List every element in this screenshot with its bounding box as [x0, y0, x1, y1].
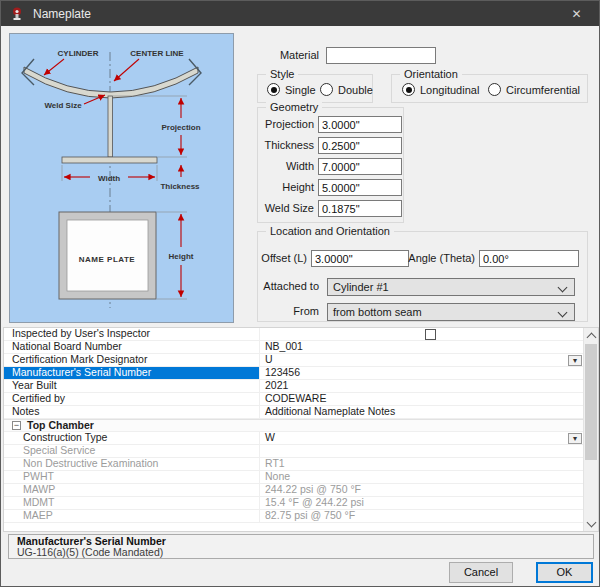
grid-value-text: 2021	[265, 380, 288, 392]
grid-row[interactable]: Manufacturer's Serial Number123456	[4, 367, 583, 380]
title-bar: Nameplate ✕	[1, 1, 599, 26]
grid-row[interactable]: NotesAdditional Nameplate Notes	[4, 406, 583, 419]
grid-row[interactable]: Inspected by User's Inspector	[4, 328, 583, 341]
scrollbar-thumb[interactable]	[585, 344, 597, 460]
radio-single-label: Single	[285, 84, 316, 96]
grid-row[interactable]: PWHTNone	[4, 471, 583, 484]
radio-longitudinal-label: Longitudinal	[420, 84, 479, 96]
grid-row[interactable]: Non Destructive ExaminationRT1	[4, 458, 583, 471]
grid-row-value[interactable]: 2021	[260, 380, 583, 392]
offset-label: Offset (L)	[258, 250, 307, 267]
grid-row-label: Non Destructive Examination	[4, 458, 260, 470]
grid-row-label: MAWP	[4, 484, 260, 496]
from-label: From	[258, 303, 319, 320]
grid-group-title: Top Chamber	[27, 420, 94, 431]
material-label: Material	[241, 47, 319, 64]
grid-row-label: Inspected by User's Inspector	[4, 328, 260, 340]
grid-row[interactable]: Special Service	[4, 445, 583, 458]
grid-row-value[interactable]: U▾	[260, 354, 583, 366]
cancel-button[interactable]: Cancel	[449, 562, 513, 583]
projection-input[interactable]	[318, 116, 402, 133]
chevron-down-icon	[559, 309, 567, 317]
diagram-label-center-line: CENTER LINE	[130, 49, 184, 58]
height-input[interactable]	[318, 179, 402, 196]
grid-value-text: None	[265, 471, 290, 483]
grid-row-label: Certified by	[4, 393, 260, 405]
style-group: Style Single Double	[257, 74, 373, 103]
attached-to-select[interactable]: Cylinder #1	[327, 278, 575, 296]
grid-row[interactable]: Certification Mark DesignatorU▾	[4, 354, 583, 367]
dropdown-button[interactable]: ▾	[568, 355, 582, 366]
grid-row-value[interactable]: RT1	[260, 458, 583, 470]
grid-group-row[interactable]: −Top Chamber	[4, 419, 583, 432]
radio-double-label: Double	[338, 84, 373, 96]
width-input[interactable]	[318, 158, 402, 175]
grid-value-text: CODEWARE	[265, 393, 326, 405]
orientation-group: Orientation Longitudinal Circumferential	[391, 74, 588, 103]
grid-row-value[interactable]	[260, 445, 583, 457]
grid-row-value[interactable]: 244.22 psi @ 750 °F	[260, 484, 583, 496]
grid-value-text: NB_001	[265, 341, 303, 353]
radio-longitudinal[interactable]: Longitudinal	[402, 83, 479, 96]
angle-input[interactable]	[479, 250, 579, 267]
ok-button[interactable]: OK	[536, 562, 593, 583]
offset-input[interactable]	[311, 250, 409, 267]
grid-row-label: Year Built	[4, 380, 260, 392]
grid-value-text: 244.22 psi @ 750 °F	[265, 484, 361, 496]
thickness-input[interactable]	[318, 137, 402, 154]
scroll-down-button[interactable]	[584, 516, 598, 531]
grid-row-label: Certification Mark Designator	[4, 354, 260, 366]
checkbox[interactable]	[425, 329, 436, 340]
vertical-scrollbar[interactable]	[583, 328, 598, 531]
grid-row-value[interactable]: 82.75 psi @ 750 °F	[260, 510, 583, 522]
grid-row-value[interactable]: W▾	[260, 432, 583, 444]
projection-label: Projection	[258, 116, 314, 133]
grid-value-text: RT1	[265, 458, 285, 470]
grid-value-text: Additional Nameplate Notes	[265, 406, 395, 418]
attached-to-value: Cylinder #1	[333, 281, 389, 293]
grid-row-value[interactable]: NB_001	[260, 341, 583, 353]
grid-value-text: U	[265, 354, 273, 366]
grid-row-label: −Top Chamber	[4, 420, 583, 431]
weld-size-label: Weld Size	[258, 200, 314, 217]
grid-row-value[interactable]: CODEWARE	[260, 393, 583, 405]
thickness-label: Thickness	[258, 137, 314, 154]
grid-row[interactable]: National Board NumberNB_001	[4, 341, 583, 354]
material-input[interactable]	[326, 47, 436, 64]
width-label: Width	[258, 158, 314, 175]
grid-row-value[interactable]: None	[260, 471, 583, 483]
radio-longitudinal-icon	[402, 83, 415, 96]
property-grid-rows: Inspected by User's InspectorNational Bo…	[4, 328, 583, 531]
grid-row[interactable]: Certified byCODEWARE	[4, 393, 583, 406]
weld-size-input[interactable]	[318, 200, 402, 217]
grid-row-value[interactable]: 15.4 °F @ 244.22 psi	[260, 497, 583, 509]
scroll-up-button[interactable]	[584, 328, 598, 343]
grid-row[interactable]: Year Built2021	[4, 380, 583, 393]
grid-value-text: 82.75 psi @ 750 °F	[265, 510, 355, 522]
diagram-label-cylinder: CYLINDER	[58, 49, 99, 58]
radio-double[interactable]: Double	[320, 83, 373, 96]
nameplate-dialog: { "window": { "title": "Nameplate", "clo…	[0, 0, 600, 587]
grid-row-label: Construction Type	[4, 432, 260, 444]
grid-row[interactable]: MDMT15.4 °F @ 244.22 psi	[4, 497, 583, 510]
diagram-label-name-plate: NAME PLATE	[79, 255, 136, 264]
property-grid: Inspected by User's InspectorNational Bo…	[3, 327, 599, 532]
radio-single[interactable]: Single	[267, 83, 316, 96]
radio-circumferential[interactable]: Circumferential	[488, 83, 580, 96]
close-button[interactable]: ✕	[554, 1, 599, 26]
chevron-down-icon	[559, 284, 567, 292]
location-group: Location and Orientation Offset (L) Angl…	[257, 231, 588, 322]
radio-double-icon	[320, 83, 333, 96]
grid-row-label: MAEP	[4, 510, 260, 522]
grid-row[interactable]: MAWP244.22 psi @ 750 °F	[4, 484, 583, 497]
nameplate-diagram: CYLINDER CENTER LINE Weld Size Projectio…	[10, 34, 233, 322]
grid-row-value[interactable]: Additional Nameplate Notes	[260, 406, 583, 418]
from-select[interactable]: from bottom seam	[327, 303, 575, 321]
grid-row-label: National Board Number	[4, 341, 260, 353]
grid-row[interactable]: MAEP82.75 psi @ 750 °F	[4, 510, 583, 523]
grid-row-value[interactable]: 123456	[260, 367, 583, 379]
grid-row-value[interactable]	[260, 328, 583, 340]
dropdown-button[interactable]: ▾	[568, 433, 582, 444]
collapse-icon[interactable]: −	[12, 421, 21, 430]
grid-row[interactable]: Construction TypeW▾	[4, 432, 583, 445]
